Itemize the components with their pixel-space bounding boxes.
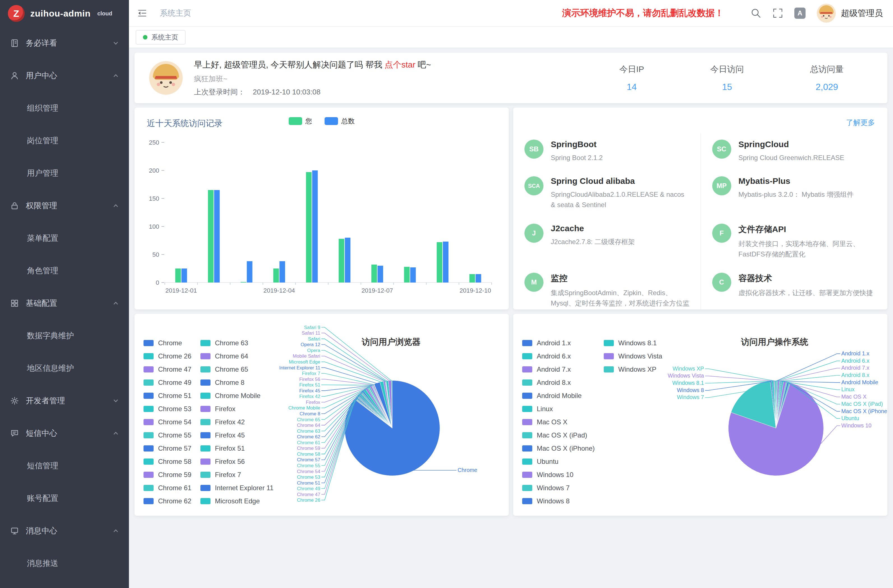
legend-item-Firefox 51[interactable]: Firefox 51 (200, 442, 274, 455)
bar-总数-2019-12-06[interactable] (345, 238, 350, 283)
last-login-time: 2019-12-10 10:03:08 (253, 88, 320, 96)
bar-总数-2019-12-03[interactable] (247, 261, 253, 283)
sidebar-subitem[interactable]: 数据字典维护 (0, 319, 129, 352)
sidebar-subitem[interactable]: 我的消息 (0, 580, 129, 588)
bar-您-2019-12-10[interactable] (469, 274, 475, 283)
sidebar-item-5[interactable]: 短信中心 (0, 417, 129, 450)
bar-总数-2019-12-05[interactable] (312, 170, 318, 283)
sidebar-subitem[interactable]: 组织管理 (0, 92, 129, 125)
sidebar-item-1[interactable]: 用户中心 (0, 59, 129, 92)
legend-item-Chrome 8[interactable]: Chrome 8 (200, 376, 274, 389)
legend-item-Android 7.x[interactable]: Android 7.x (522, 362, 595, 376)
bar-您-2019-12-02[interactable] (208, 190, 213, 283)
legend-item-Windows XP[interactable]: Windows XP (604, 362, 662, 376)
pie-label-Firefox 51: Firefox 51 (299, 382, 320, 388)
sidebar-subitem[interactable]: 菜单配置 (0, 222, 129, 254)
app-logo[interactable]: Z zuihou-admin cloud (0, 0, 129, 27)
legend-item-Android Mobile[interactable]: Android Mobile (522, 389, 595, 402)
legend-item-Firefox 45[interactable]: Firefox 45 (200, 429, 274, 442)
pie-label-Safari: Safari (308, 336, 320, 341)
sidebar-subitem[interactable]: 用户管理 (0, 157, 129, 189)
learn-more-link[interactable]: 了解更多 (846, 118, 875, 128)
sidebar-subitem[interactable]: 角色管理 (0, 254, 129, 287)
legend-item-Chrome 55[interactable]: Chrome 55 (143, 429, 191, 442)
legend-item-Mac OS X (iPhone)[interactable]: Mac OS X (iPhone) (522, 442, 595, 455)
star-link[interactable]: 点个star (385, 60, 415, 69)
tech-item-J2cache: JJ2cacheJ2cache2.7.8: 二级缓存框架 (513, 218, 701, 266)
legend-item-您[interactable]: 您 (289, 117, 312, 126)
bar-总数-2019-12-02[interactable] (214, 190, 220, 283)
legend-item-Microsoft Edge[interactable]: Microsoft Edge (200, 495, 274, 508)
legend-item-Android 1.x[interactable]: Android 1.x (522, 336, 595, 349)
sidebar-subitem[interactable]: 消息推送 (0, 547, 129, 580)
legend-item-Firefox[interactable]: Firefox (200, 402, 274, 415)
visits-chart-card: 近十天系统访问记录 您总数 0501001502002502019-12-012… (135, 108, 509, 310)
legend-item-Firefox 7[interactable]: Firefox 7 (200, 468, 274, 481)
bar-总数-2019-12-01[interactable] (181, 269, 187, 283)
bar-总数-2019-12-09[interactable] (443, 242, 448, 283)
bar-您-2019-12-01[interactable] (175, 269, 181, 283)
legend-item-Internet Explorer 11[interactable]: Internet Explorer 11 (200, 481, 274, 495)
sidebar-subitem[interactable]: 岗位管理 (0, 125, 129, 157)
legend-item-Android 8.x[interactable]: Android 8.x (522, 376, 595, 389)
bar-您-2019-12-09[interactable] (437, 242, 442, 283)
sidebar-item-0[interactable]: 务必详看 (0, 27, 129, 59)
legend-item-Chrome[interactable]: Chrome (143, 336, 191, 349)
breadcrumb: 系统主页 (160, 8, 191, 18)
legend-item-Android 6.x[interactable]: Android 6.x (522, 349, 595, 362)
legend-item-Chrome 49[interactable]: Chrome 49 (143, 376, 191, 389)
legend-item-Windows Vista[interactable]: Windows Vista (604, 349, 662, 362)
legend-item-Windows 8[interactable]: Windows 8 (522, 495, 595, 508)
bar-您-2019-12-03[interactable] (241, 282, 247, 283)
user-avatar[interactable] (817, 4, 836, 23)
legend-item-Chrome 61[interactable]: Chrome 61 (143, 481, 191, 495)
bar-总数-2019-12-08[interactable] (410, 268, 416, 283)
legend-item-Chrome 53[interactable]: Chrome 53 (143, 402, 191, 415)
legend-item-Chrome 64[interactable]: Chrome 64 (200, 349, 274, 362)
bar-总数-2019-12-04[interactable] (280, 261, 285, 283)
bar-总数-2019-12-10[interactable] (476, 274, 481, 283)
sidebar-item-4[interactable]: 开发者管理 (0, 385, 129, 417)
legend-item-Windows 7[interactable]: Windows 7 (522, 481, 595, 495)
legend-item-Chrome 51[interactable]: Chrome 51 (143, 389, 191, 402)
legend-item-Chrome 54[interactable]: Chrome 54 (143, 415, 191, 429)
bar-您-2019-12-07[interactable] (371, 265, 377, 283)
bar-总数-2019-12-07[interactable] (377, 266, 383, 283)
legend-item-Mac OS X[interactable]: Mac OS X (522, 415, 595, 429)
pie-label-Linux: Linux (841, 386, 854, 393)
tech-grid: SBSpringBootSpring Boot 2.1.2SCSpringClo… (513, 134, 887, 310)
legend-item-Chrome 59[interactable]: Chrome 59 (143, 468, 191, 481)
legend-item-Chrome 62[interactable]: Chrome 62 (143, 495, 191, 508)
sidebar-item-6[interactable]: 消息中心 (0, 514, 129, 547)
bar-您-2019-12-05[interactable] (306, 172, 312, 283)
legend-item-Chrome 47[interactable]: Chrome 47 (143, 362, 191, 376)
legend-item-Chrome 57[interactable]: Chrome 57 (143, 442, 191, 455)
sidebar-subitem[interactable]: 短信管理 (0, 450, 129, 482)
search-icon[interactable] (751, 8, 761, 18)
bar-您-2019-12-06[interactable] (338, 239, 344, 283)
collapse-sidebar-icon[interactable] (137, 8, 147, 18)
legend-item-Chrome Mobile[interactable]: Chrome Mobile (200, 389, 274, 402)
legend-item-Chrome 65[interactable]: Chrome 65 (200, 362, 274, 376)
bar-您-2019-12-08[interactable] (404, 267, 410, 283)
bar-您-2019-12-04[interactable] (273, 269, 279, 283)
legend-item-Chrome 58[interactable]: Chrome 58 (143, 455, 191, 468)
sidebar-item-3[interactable]: 基础配置 (0, 287, 129, 319)
legend-item-Firefox 42[interactable]: Firefox 42 (200, 415, 274, 429)
fullscreen-icon[interactable] (773, 8, 783, 18)
legend-item-总数[interactable]: 总数 (325, 117, 355, 126)
legend-item-Chrome 26[interactable]: Chrome 26 (143, 349, 191, 362)
legend-item-Mac OS X (iPad)[interactable]: Mac OS X (iPad) (522, 429, 595, 442)
legend-item-Windows 8.1[interactable]: Windows 8.1 (604, 336, 662, 349)
pie-label-Chrome 59: Chrome 59 (297, 446, 320, 451)
legend-item-Ubuntu[interactable]: Ubuntu (522, 455, 595, 468)
legend-item-Windows 10[interactable]: Windows 10 (522, 468, 595, 481)
tab-home[interactable]: 系统主页 (136, 30, 186, 45)
sidebar-item-2[interactable]: 权限管理 (0, 189, 129, 222)
legend-item-Chrome 63[interactable]: Chrome 63 (200, 336, 274, 349)
sidebar-subitem[interactable]: 地区信息维护 (0, 352, 129, 385)
legend-item-Linux[interactable]: Linux (522, 402, 595, 415)
font-size-icon[interactable]: A (794, 8, 806, 19)
sidebar-subitem[interactable]: 账号配置 (0, 482, 129, 514)
legend-item-Firefox 56[interactable]: Firefox 56 (200, 455, 274, 468)
